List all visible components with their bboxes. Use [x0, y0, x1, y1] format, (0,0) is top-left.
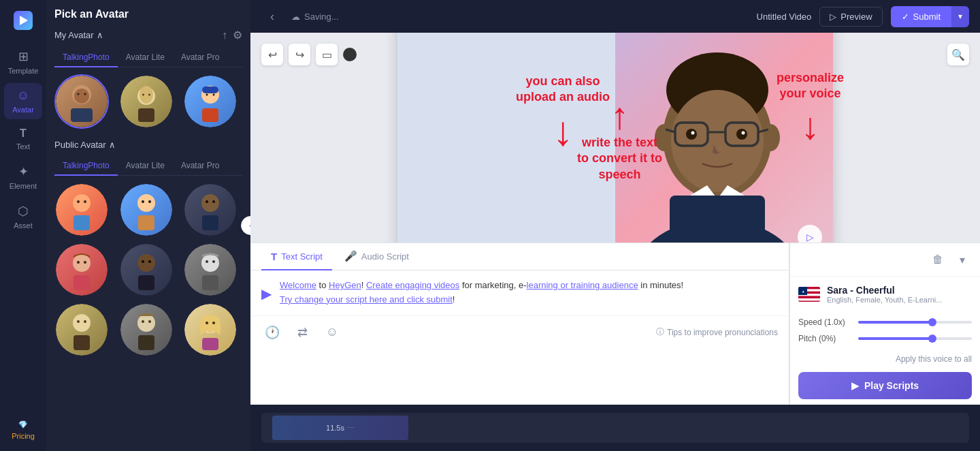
tab-talking-photo-pub[interactable]: TalkingPhoto [54, 157, 118, 176]
sidebar-item-text[interactable]: T Text [4, 122, 42, 156]
color-dot[interactable] [343, 48, 357, 61]
redo-button[interactable]: ↪ [289, 44, 310, 65]
collapse-panel-button[interactable]: ‹ [241, 216, 250, 235]
svg-point-21 [142, 200, 144, 203]
left-navigation: ⊞ Template ☺ Avatar T Text ✦ Element ⬡ A… [0, 0, 46, 451]
public-avatar-label[interactable]: Public Avatar ∧ [54, 140, 116, 150]
svg-point-20 [137, 194, 155, 212]
main-content: ‹ ☁ Saving... Untitled Video ▷ Preview ✓… [250, 0, 980, 451]
check-icon: ✓ [902, 12, 909, 22]
svg-point-34 [148, 260, 151, 263]
zoom-button[interactable]: 🔍 [947, 44, 969, 65]
write-text-annotation: ↑ write the text to convert it to speech [577, 97, 662, 188]
svg-point-30 [84, 261, 86, 264]
timeline-duration: 11.5s [326, 424, 344, 432]
asset-icon: ⬡ [18, 204, 29, 219]
clock-button[interactable]: 🕐 [261, 322, 283, 343]
my-avatar-man1[interactable] [54, 74, 109, 129]
top-bar: ‹ ☁ Saving... Untitled Video ▷ Preview ✓… [250, 0, 980, 33]
play-scripts-button[interactable]: ▶ Play Scripts [798, 372, 972, 399]
svg-point-40 [73, 314, 91, 332]
svg-point-46 [148, 320, 151, 323]
voice-meta: English, Female, Youth, E-Learni... [827, 296, 942, 304]
pub-avatar-1[interactable] [54, 183, 109, 237]
speed-slider[interactable] [858, 321, 972, 324]
upload-avatar-button[interactable]: ↑ [222, 29, 227, 42]
avatar-icon: ☺ [17, 89, 29, 103]
svg-point-67 [742, 131, 745, 135]
saving-indicator: ☁ Saving... [291, 12, 339, 22]
sidebar-item-template[interactable]: ⊞ Template [4, 44, 42, 80]
pricing-item[interactable]: 💎 Pricing [4, 415, 42, 446]
sidebar-item-element[interactable]: ✦ Element [4, 159, 42, 196]
pub-avatar-6[interactable] [183, 243, 238, 297]
play-scripts-icon: ▶ [851, 380, 859, 391]
screen-button[interactable]: ▭ [316, 44, 338, 65]
timeline-clip[interactable]: 11.5s ⋯ [272, 416, 408, 440]
voice-name: Sara - Cheerful [827, 285, 942, 296]
expand-voice-button[interactable]: ▾ [953, 250, 972, 269]
apply-voice-text[interactable]: Apply this voice to all [790, 352, 980, 367]
back-button[interactable]: ‹ [261, 5, 283, 27]
voice-info: ★ Sara - Cheerful English, Female, Youth… [790, 277, 980, 312]
my-avatar-mona[interactable] [119, 74, 174, 129]
svg-point-16 [73, 194, 91, 212]
svg-point-2 [74, 89, 89, 104]
svg-point-32 [137, 254, 155, 272]
undo-button[interactable]: ↩ [261, 44, 283, 65]
timeline-track[interactable]: 11.5s ⋯ [261, 413, 969, 443]
tips-text[interactable]: ⓘ Tips to improve pronunciations [656, 326, 778, 338]
tab-text-script[interactable]: T Text Script [261, 244, 332, 270]
canvas-toolbar: ↩ ↪ ▭ [261, 44, 357, 65]
submit-button[interactable]: ✓ Submit [891, 6, 951, 27]
sidebar-item-label: Template [8, 67, 39, 75]
sidebar-item-asset[interactable]: ⬡ Asset [4, 198, 42, 235]
preview-button[interactable]: ▷ Preview [819, 7, 882, 27]
app-logo[interactable] [14, 5, 33, 35]
delete-voice-button[interactable]: 🗑 [928, 250, 947, 269]
translate-button[interactable]: ⇄ [291, 322, 313, 343]
script-play-button[interactable]: ▶ [261, 280, 272, 307]
tab-avatar-lite-pub[interactable]: Avatar Lite [118, 157, 173, 176]
script-text[interactable]: Welcome to HeyGen! Create engaging video… [280, 279, 778, 307]
svg-rect-27 [202, 215, 218, 230]
tab-talking-photo-my[interactable]: TalkingPhoto [54, 48, 118, 67]
svg-rect-10 [138, 108, 154, 122]
script-tabs: T Text Script 🎤 Audio Script [250, 243, 789, 270]
tab-avatar-lite-my[interactable]: Avatar Lite [118, 48, 173, 67]
svg-point-29 [77, 261, 80, 264]
tab-avatar-pro-my[interactable]: Avatar Pro [173, 48, 227, 67]
canvas-area: ↩ ↪ ▭ 🔍 [250, 33, 980, 243]
svg-point-28 [73, 254, 91, 272]
pub-avatar-9[interactable] [183, 302, 238, 357]
pitch-slider[interactable] [858, 337, 972, 340]
svg-rect-3 [71, 108, 93, 122]
svg-rect-73 [798, 296, 820, 298]
submit-dropdown-button[interactable]: ▾ [951, 6, 969, 27]
personalize-voice-arrow: ↓ [777, 108, 844, 145]
text-icon: T [20, 127, 27, 140]
chevron-up-icon: ∧ [97, 30, 103, 40]
svg-rect-43 [74, 335, 90, 350]
svg-point-7 [140, 86, 153, 104]
personalize-voice-annotation: personalize your voice ↓ [777, 70, 844, 145]
pub-avatar-4[interactable] [54, 243, 109, 297]
svg-rect-15 [202, 108, 218, 122]
sidebar-item-avatar[interactable]: ☺ Avatar [4, 83, 42, 119]
my-avatar-label[interactable]: My Avatar ∧ [54, 30, 103, 40]
pitch-label: Pitch (0%) [798, 334, 853, 343]
pub-avatar-7[interactable] [54, 302, 109, 357]
pub-avatar-8[interactable] [119, 302, 174, 357]
avatar-settings-button[interactable]: ⚙ [233, 29, 242, 42]
pitch-slider-thumb [928, 335, 936, 343]
panel-title: Pick an Avatar [54, 8, 242, 20]
pub-avatar-5[interactable] [119, 243, 174, 297]
timeline-more-icon[interactable]: ⋯ [347, 424, 355, 433]
pub-avatar-3[interactable] [183, 183, 238, 237]
tab-avatar-pro-pub[interactable]: Avatar Pro [173, 157, 227, 176]
pitch-slider-fill [858, 337, 932, 340]
pub-avatar-2[interactable] [119, 183, 174, 237]
tab-audio-script[interactable]: 🎤 Audio Script [335, 243, 419, 270]
my-avatar-toon[interactable] [183, 74, 238, 129]
emoji-button[interactable]: ☺ [321, 322, 343, 343]
